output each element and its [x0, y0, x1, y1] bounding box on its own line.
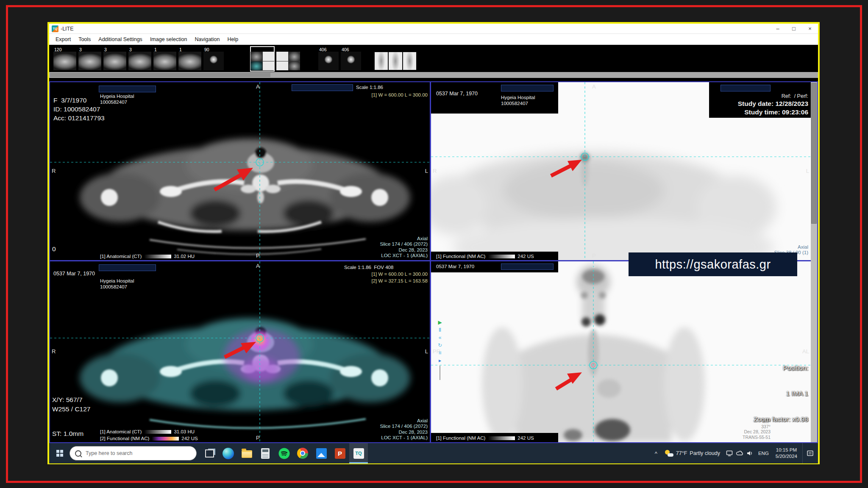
thumbnail-count: 1: [154, 47, 157, 52]
viewer-scrollbar-thumb[interactable]: [811, 83, 817, 224]
slice-number: Slice 174 / 406 (2072): [380, 241, 428, 247]
viewport-nm-axial[interactable]: 0537 Mar 7, 1970 Hygeia Hospital 1000582…: [431, 82, 811, 260]
menu-help[interactable]: Help: [224, 36, 242, 42]
grayscale-colorbar: [144, 255, 171, 258]
hospital-id: 1000582407: [501, 101, 528, 107]
taskbar-app-calculator[interactable]: [256, 443, 275, 463]
thumbnail-scrollbar[interactable]: [49, 72, 818, 78]
task-view-button[interactable]: [200, 443, 219, 463]
windows-logo-icon: [56, 450, 63, 457]
taskbar-app-tq[interactable]: TQ: [349, 443, 368, 463]
search-input[interactable]: [85, 450, 191, 457]
viewport-mip[interactable]: 0537 Mar 7, 1970 S PR AL I ▶ ‖ « ↻ ≡ ▸ […: [431, 261, 811, 442]
grayscale-colorbar: [144, 430, 171, 434]
position-block: Position: 1 IMA 1 Zoom factor: x0.98: [754, 347, 808, 441]
weather-widget[interactable]: 77°F Partly cloudy: [661, 443, 724, 463]
patient-header: 0537 Mar 7, 1970: [53, 271, 95, 277]
tray-volume-button[interactable]: [745, 450, 755, 456]
window-center-label: W255 / C127: [52, 405, 90, 413]
viewer-scrollbar[interactable]: [811, 82, 817, 442]
redaction-box: [99, 86, 156, 92]
hospital-name: Hygeia Hospital: [501, 95, 535, 101]
viewport-fused-axial[interactable]: 0537 Mar 7, 1970 Hygeia Hospital 1000582…: [50, 261, 430, 442]
thumbnail-scrollbar-thumb[interactable]: [50, 73, 270, 77]
clock[interactable]: 10:15 PM 5/20/2024: [772, 447, 801, 460]
taskbar-app-edge[interactable]: [219, 443, 237, 463]
taskbar-app-spotify[interactable]: [275, 443, 293, 463]
patient-header: 0537 Mar 7, 1970: [436, 264, 474, 270]
spotify-icon: [278, 448, 290, 459]
patient-header: 0537 Mar 7, 1970: [436, 91, 478, 97]
language-indicator[interactable]: ENG: [755, 451, 772, 456]
thumbnail-7[interactable]: 90: [203, 47, 224, 71]
orientation-left: L: [806, 168, 809, 175]
menu-navigation[interactable]: Navigation: [191, 36, 223, 42]
thumbnail-8-selected[interactable]: [250, 47, 274, 71]
thumbnail-count: 406: [342, 47, 349, 52]
tray-chevron[interactable]: ^: [651, 450, 661, 457]
weather-icon: [665, 450, 673, 457]
orientation-right: R: [52, 168, 56, 175]
tray-network-button[interactable]: [724, 450, 734, 456]
taskbar-app-chrome[interactable]: [293, 443, 312, 463]
thumbnail-4[interactable]: 3: [128, 47, 151, 71]
thumbnail-12[interactable]: [374, 47, 417, 71]
series-location: LOC XCT - 1 (AXIAL): [380, 435, 428, 441]
menu-tools[interactable]: Tools: [75, 36, 95, 42]
position-label: Position:: [754, 364, 808, 372]
study-date: Dec 28, 2023: [380, 247, 428, 253]
series-label: [2] Functional (NM AC): [100, 436, 149, 441]
menu-export[interactable]: Export: [52, 36, 75, 42]
marker-button[interactable]: ▸: [439, 358, 441, 363]
redaction-box: [721, 85, 771, 92]
pause-button[interactable]: ‖: [439, 327, 441, 333]
series-info-row: [1] Functional (NM AC) 242 US: [436, 435, 534, 441]
thumbnail-image: [374, 52, 417, 70]
play-button[interactable]: ▶: [438, 320, 442, 325]
orientation-posterior: P: [592, 252, 596, 259]
thumbnail-1[interactable]: 120: [53, 47, 76, 71]
thumbnail-image: [318, 52, 339, 70]
taskbar-app-photos[interactable]: [312, 443, 331, 463]
tq-app-icon: TQ: [353, 448, 364, 459]
hospital-id: 1000582407: [100, 100, 127, 105]
thumbnail-10[interactable]: 406: [318, 47, 339, 71]
playback-slider[interactable]: [440, 366, 440, 380]
viewport-ct-axial[interactable]: Hygeia Hospital 1000582407 F 3/7/1970 ID…: [50, 82, 430, 260]
grayscale-colorbar: [488, 255, 515, 258]
taskbar-app-explorer[interactable]: [237, 443, 256, 463]
rewind-button[interactable]: «: [439, 335, 442, 340]
series-label: [1] Anatomical (CT): [100, 254, 142, 259]
thumbnail-count: 1: [179, 47, 182, 52]
thumbnail-strip: 120 3 3 3 1 1 90: [49, 45, 818, 72]
loop-button[interactable]: ↻: [438, 343, 442, 348]
restore-button[interactable]: □: [786, 24, 802, 33]
menu-additional-settings[interactable]: Additional Settings: [95, 36, 146, 42]
study-date-label: Study date: 12/28/2023: [738, 100, 808, 108]
orientation-anterior: A: [256, 263, 260, 269]
tray-onedrive-button[interactable]: [734, 450, 745, 456]
thumbnail-2[interactable]: 3: [78, 47, 101, 71]
redaction-box: [501, 263, 554, 270]
study-date: Dec 28, 2023: [380, 430, 428, 435]
close-button[interactable]: ×: [802, 24, 818, 33]
thumbnail-11[interactable]: 406: [341, 47, 361, 71]
menu-image-selection[interactable]: Image selection: [146, 36, 191, 42]
series-info-row: [1] Anatomical (CT) 31.03 HU: [100, 429, 195, 434]
taskbar-search[interactable]: [70, 446, 197, 460]
thumbnail-9[interactable]: [276, 47, 300, 71]
thumbnail-count: 3: [79, 47, 82, 52]
thumbnail-5[interactable]: 1: [153, 47, 176, 71]
start-button[interactable]: [50, 443, 70, 463]
thumbnail-image: [276, 52, 300, 70]
layers-button[interactable]: ≡: [439, 350, 442, 355]
thumbnail-image: [203, 52, 224, 70]
fusion-colorbar: [152, 437, 179, 441]
action-center-button[interactable]: [802, 443, 818, 463]
series-value: 242 US: [181, 436, 198, 441]
taskbar-app-powerpoint[interactable]: P: [331, 443, 349, 463]
ref-perf-label: Ref: / Perf:: [782, 93, 808, 100]
thumbnail-3[interactable]: 3: [103, 47, 126, 71]
thumbnail-6[interactable]: 1: [178, 47, 201, 71]
minimize-button[interactable]: –: [770, 24, 786, 33]
